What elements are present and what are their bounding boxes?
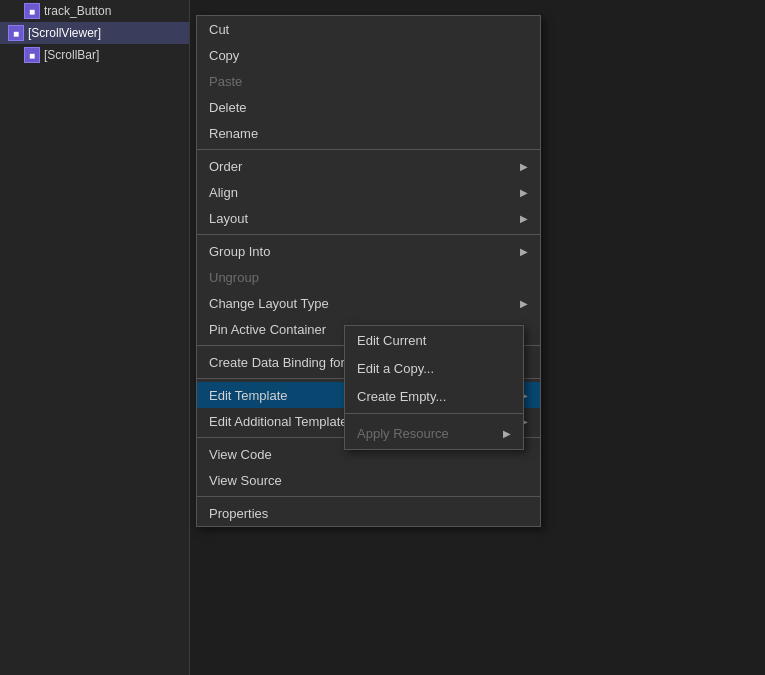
- menu-item-paste[interactable]: Paste: [197, 68, 540, 94]
- tree-item-scrollviewer[interactable]: ■ [ScrollViewer]: [0, 22, 189, 44]
- submenu-separator: [345, 413, 523, 414]
- track-button-icon: ■: [24, 3, 40, 19]
- edit-a-copy-label: Edit a Copy...: [357, 361, 434, 376]
- create-empty-label: Create Empty...: [357, 389, 446, 404]
- order-arrow-icon: ▶: [520, 161, 528, 172]
- scrollviewer-icon: ■: [8, 25, 24, 41]
- paste-label: Paste: [209, 74, 242, 89]
- separator-6: [197, 496, 540, 497]
- edit-template-submenu: Edit Current Edit a Copy... Create Empty…: [344, 325, 524, 450]
- sidebar-panel: ■ track_Button ■ [ScrollViewer] ■ [Scrol…: [0, 0, 190, 675]
- scrollbar-icon: ■: [24, 47, 40, 63]
- menu-item-ungroup[interactable]: Ungroup: [197, 264, 540, 290]
- submenu-edit-current[interactable]: Edit Current: [345, 326, 523, 354]
- menu-item-cut[interactable]: Cut: [197, 16, 540, 42]
- change-layout-type-arrow-icon: ▶: [520, 298, 528, 309]
- edit-current-label: Edit Current: [357, 333, 426, 348]
- separator-1: [197, 149, 540, 150]
- delete-label: Delete: [209, 100, 247, 115]
- order-label: Order: [209, 159, 242, 174]
- track-button-label: track_Button: [44, 4, 111, 18]
- menu-item-view-source[interactable]: View Source: [197, 467, 540, 493]
- view-code-label: View Code: [209, 447, 272, 462]
- menu-item-properties[interactable]: Properties: [197, 500, 540, 526]
- separator-2: [197, 234, 540, 235]
- menu-item-copy[interactable]: Copy: [197, 42, 540, 68]
- layout-label: Layout: [209, 211, 248, 226]
- pin-active-container-label: Pin Active Container: [209, 322, 326, 337]
- menu-item-order[interactable]: Order ▶: [197, 153, 540, 179]
- menu-item-group-into[interactable]: Group Into ▶: [197, 238, 540, 264]
- group-into-label: Group Into: [209, 244, 270, 259]
- menu-item-change-layout-type[interactable]: Change Layout Type ▶: [197, 290, 540, 316]
- menu-item-layout[interactable]: Layout ▶: [197, 205, 540, 231]
- layout-arrow-icon: ▶: [520, 213, 528, 224]
- align-arrow-icon: ▶: [520, 187, 528, 198]
- align-label: Align: [209, 185, 238, 200]
- apply-resource-label: Apply Resource: [357, 426, 449, 441]
- edit-additional-templates-label: Edit Additional Templates: [209, 414, 354, 429]
- view-source-label: View Source: [209, 473, 282, 488]
- group-into-arrow-icon: ▶: [520, 246, 528, 257]
- edit-template-label: Edit Template: [209, 388, 288, 403]
- change-layout-type-label: Change Layout Type: [209, 296, 329, 311]
- submenu-create-empty[interactable]: Create Empty...: [345, 382, 523, 410]
- cut-label: Cut: [209, 22, 229, 37]
- scrollviewer-label: [ScrollViewer]: [28, 26, 101, 40]
- submenu-edit-a-copy[interactable]: Edit a Copy...: [345, 354, 523, 382]
- submenu-apply-resource[interactable]: Apply Resource ▶: [345, 417, 523, 449]
- menu-item-delete[interactable]: Delete: [197, 94, 540, 120]
- properties-label: Properties: [209, 506, 268, 521]
- ungroup-label: Ungroup: [209, 270, 259, 285]
- tree-item-scrollbar[interactable]: ■ [ScrollBar]: [0, 44, 189, 66]
- tree-item-track-button[interactable]: ■ track_Button: [0, 0, 189, 22]
- menu-item-rename[interactable]: Rename: [197, 120, 540, 146]
- apply-resource-arrow-icon: ▶: [503, 428, 511, 439]
- rename-label: Rename: [209, 126, 258, 141]
- context-menu: Cut Copy Paste Delete Rename Order ▶ Ali…: [196, 15, 541, 527]
- menu-item-align[interactable]: Align ▶: [197, 179, 540, 205]
- scrollbar-label: [ScrollBar]: [44, 48, 99, 62]
- copy-label: Copy: [209, 48, 239, 63]
